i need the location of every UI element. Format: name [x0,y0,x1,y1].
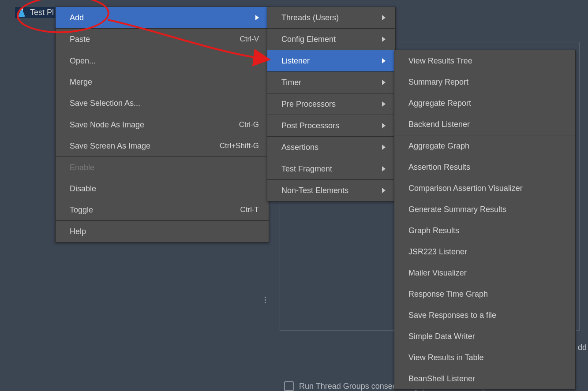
menu-item-label: Help [70,227,86,236]
menu-item-label: Config Element [281,35,336,44]
tree-item-label: Test Pl [30,8,54,17]
menu-listener-view-results-tree[interactable]: View Results Tree [394,50,575,71]
menu-item-label: Timer [281,78,301,87]
menu-listener-jsr223-listener[interactable]: JSR223 Listener [394,241,575,262]
menu-main-merge[interactable]: Merge [56,71,269,93]
svg-rect-0 [20,8,23,10]
chevron-right-icon [382,123,386,128]
menu-item-label: Comparison Assertion Visualizer [408,184,523,193]
splitter-handle[interactable] [264,294,266,305]
menu-item-label: Save Screen As Image [70,142,150,151]
menu-add-non-test-elements[interactable]: Non-Test Elements [267,180,395,201]
menu-item-label: Pre Processors [281,100,336,109]
menu-listener-graph-results[interactable]: Graph Results [394,220,575,241]
chevron-right-icon [382,166,386,171]
menu-item-label: Toggle [70,205,93,215]
menu-item-label: Non-Test Elements [281,186,348,195]
menu-listener-beanshell-listener[interactable]: BeanShell Listener [394,368,575,389]
menu-item-label: View Results in Table [408,353,483,362]
menu-item-label: Summary Report [408,78,468,87]
menu-item-label: Merge [70,78,92,87]
menu-listener-aggregate-graph[interactable]: Aggregate Graph [394,135,575,156]
chevron-right-icon [382,80,386,85]
checkbox-icon[interactable] [284,381,294,391]
menu-main-add[interactable]: Add [56,7,269,28]
menu-main-toggle[interactable]: ToggleCtrl-T [56,199,269,220]
menu-main-save-screen-as-image[interactable]: Save Screen As ImageCtrl+Shift-G [56,135,269,156]
flask-icon [18,8,26,17]
chevron-right-icon [382,188,386,193]
menu-item-label: Open... [70,56,96,66]
context-menu-listener: View Results TreeSummary ReportAggregate… [394,50,576,390]
menu-listener-comparison-assertion-visualizer[interactable]: Comparison Assertion Visualizer [394,178,575,199]
menu-add-threads-users[interactable]: Threads (Users) [267,7,395,28]
menu-add-listener[interactable]: Listener [267,50,395,71]
menu-item-label: Threads (Users) [281,13,339,22]
menu-listener-summary-report[interactable]: Summary Report [394,71,575,93]
menu-main-enable[interactable]: Enable [56,157,269,178]
menu-item-label: Save Selection As... [70,99,140,108]
menu-shortcut: Ctrl+Shift-G [220,142,259,150]
menu-item-label: Generate Summary Results [408,205,506,214]
menu-shortcut: Ctrl-V [240,35,259,44]
menu-item-label: BeanShell Listener [408,374,475,384]
menu-item-label: Mailer Visualizer [408,268,467,278]
menu-item-label: Test Fragment [281,164,332,174]
menu-item-label: Graph Results [408,226,459,235]
menu-item-label: Save Node As Image [70,120,144,130]
menu-item-label: Listener [281,56,310,66]
chevron-right-icon [382,15,386,20]
menu-listener-assertion-results[interactable]: Assertion Results [394,156,575,178]
menu-main-paste[interactable]: PasteCtrl-V [56,29,269,50]
menu-item-label: Paste [70,35,90,44]
menu-add-config-element[interactable]: Config Element [267,29,395,50]
menu-main-disable[interactable]: Disable [56,178,269,199]
menu-item-label: Assertions [281,143,318,152]
context-menu-add: Threads (Users)Config ElementListenerTim… [267,7,396,201]
menu-item-label: Assertion Results [408,163,470,172]
menu-listener-view-results-in-table[interactable]: View Results in Table [394,347,575,368]
menu-item-label: Simple Data Writer [408,332,475,341]
menu-item-label: Add [70,13,84,22]
chevron-right-icon [382,37,386,42]
menu-listener-mailer-visualizer[interactable]: Mailer Visualizer [394,262,575,283]
context-menu-main: AddPasteCtrl-VOpen...MergeSave Selection… [55,7,269,242]
menu-shortcut: Ctrl-T [240,205,259,214]
menu-item-label: JSR223 Listener [408,247,467,257]
menu-item-label: Post Processors [281,121,339,130]
menu-item-label: Save Responses to a file [408,311,496,320]
menu-listener-save-responses-to-a-file[interactable]: Save Responses to a file [394,305,575,326]
menu-shortcut: Ctrl-G [239,120,259,129]
menu-listener-backend-listener[interactable]: Backend Listener [394,114,575,135]
menu-item-label: Response Time Graph [408,290,488,299]
menu-main-help[interactable]: Help [56,221,269,242]
menu-add-assertions[interactable]: Assertions [267,137,395,158]
chevron-right-icon [382,58,386,63]
menu-main-open[interactable]: Open... [56,50,269,71]
partial-text: dd [578,343,587,352]
menu-listener-simple-data-writer[interactable]: Simple Data Writer [394,326,575,347]
menu-item-label: Aggregate Report [408,99,471,108]
menu-item-label: Aggregate Graph [408,142,469,151]
menu-main-save-selection-as[interactable]: Save Selection As... [56,93,269,114]
menu-add-pre-processors[interactable]: Pre Processors [267,93,395,115]
chevron-right-icon [382,145,386,150]
menu-listener-generate-summary-results[interactable]: Generate Summary Results [394,199,575,220]
menu-main-save-node-as-image[interactable]: Save Node As ImageCtrl-G [56,114,269,135]
menu-item-label: View Results Tree [408,56,472,66]
menu-item-label: Enable [70,163,94,172]
menu-add-timer[interactable]: Timer [267,72,395,93]
menu-item-label: Disable [70,184,96,194]
chevron-right-icon [255,15,259,20]
menu-listener-response-time-graph[interactable]: Response Time Graph [394,283,575,305]
chevron-right-icon [382,101,386,107]
menu-listener-aggregate-report[interactable]: Aggregate Report [394,93,575,114]
menu-item-label: Backend Listener [408,120,470,129]
menu-add-test-fragment[interactable]: Test Fragment [267,158,395,179]
menu-add-post-processors[interactable]: Post Processors [267,115,395,136]
